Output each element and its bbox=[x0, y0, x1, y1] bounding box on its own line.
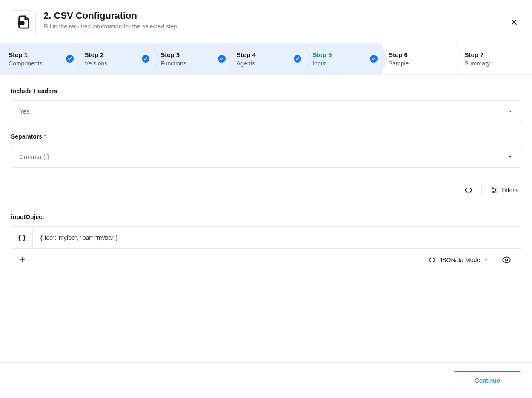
page-title: 2. CSV Configuration bbox=[43, 10, 179, 21]
chevron-down-icon bbox=[508, 109, 513, 114]
step-check-icon bbox=[66, 55, 74, 63]
sliders-icon bbox=[490, 186, 498, 194]
step-7[interactable]: Step 7Summary bbox=[456, 43, 532, 74]
code-toggle-button[interactable] bbox=[461, 184, 476, 196]
form-area: Include Headers Yes Separators Comma (,) bbox=[0, 75, 532, 178]
step-check-icon bbox=[218, 55, 226, 63]
input-object-row: { } bbox=[11, 227, 521, 249]
step-5[interactable]: Step 5Input bbox=[304, 43, 380, 74]
step-title: Step 6 bbox=[389, 51, 456, 58]
svg-point-8 bbox=[495, 190, 496, 191]
preview-button[interactable] bbox=[498, 251, 515, 268]
jsonata-mode-selector[interactable]: JSONata Mode bbox=[425, 253, 492, 266]
toolbar-divider bbox=[481, 185, 482, 196]
separators-label: Separators bbox=[11, 133, 521, 140]
input-object-field[interactable] bbox=[33, 227, 521, 248]
close-button[interactable] bbox=[508, 16, 520, 30]
step-check-icon bbox=[142, 55, 149, 63]
svg-point-9 bbox=[493, 191, 494, 193]
input-object-controls: JSONata Mode bbox=[11, 249, 521, 271]
csv-file-icon: CSV bbox=[12, 10, 36, 34]
include-headers-value: Yes bbox=[19, 108, 29, 115]
svg-text:CSV: CSV bbox=[19, 22, 24, 24]
filters-button[interactable]: Filters bbox=[487, 185, 521, 196]
input-object-section: inputObject { } JSONata Mode bbox=[0, 202, 532, 271]
step-4[interactable]: Step 4Agents bbox=[228, 43, 304, 74]
step-1[interactable]: Step 1Components bbox=[0, 43, 76, 74]
chevron-down-icon bbox=[508, 154, 513, 159]
code-icon bbox=[428, 256, 436, 264]
braces-icon: { } bbox=[11, 227, 33, 248]
input-object-group: { } JSONata Mode bbox=[11, 226, 521, 271]
step-label: Agents bbox=[237, 60, 304, 67]
page-header: CSV 2. CSV Configuration Fill in the req… bbox=[0, 0, 532, 43]
step-check-icon bbox=[294, 55, 301, 63]
separators-select[interactable]: Comma (,) bbox=[11, 146, 521, 168]
code-icon bbox=[464, 186, 473, 194]
plus-icon bbox=[18, 256, 26, 264]
step-check-icon bbox=[370, 55, 378, 63]
filters-label: Filters bbox=[501, 187, 518, 193]
eye-icon bbox=[502, 256, 511, 264]
stepper: Step 1ComponentsStep 2VersionsStep 3Func… bbox=[0, 43, 532, 75]
include-headers-select[interactable]: Yes bbox=[11, 100, 521, 122]
svg-point-12 bbox=[505, 259, 507, 261]
include-headers-label: Include Headers bbox=[11, 88, 521, 94]
step-title: Step 7 bbox=[464, 51, 532, 58]
svg-point-7 bbox=[492, 188, 493, 189]
input-object-label: inputObject bbox=[11, 213, 521, 220]
toolbar-strip: Filters bbox=[0, 178, 532, 202]
step-3[interactable]: Step 3Functions bbox=[152, 43, 228, 74]
page-subtitle: Fill in the required information for the… bbox=[43, 23, 179, 30]
separators-value: Comma (,) bbox=[19, 153, 49, 160]
step-label: Versions bbox=[85, 60, 152, 67]
step-2[interactable]: Step 2Versions bbox=[76, 43, 152, 74]
add-row-button[interactable] bbox=[11, 249, 33, 271]
step-label: Functions bbox=[160, 60, 228, 67]
step-label: Sample bbox=[389, 60, 456, 67]
step-label: Input bbox=[312, 60, 380, 67]
close-icon bbox=[510, 18, 518, 26]
step-label: Components bbox=[9, 60, 76, 67]
mode-label: JSONata Mode bbox=[439, 256, 480, 263]
step-6[interactable]: Step 6Sample bbox=[380, 43, 456, 74]
chevron-down-icon bbox=[483, 258, 488, 262]
step-label: Summary bbox=[464, 60, 532, 67]
